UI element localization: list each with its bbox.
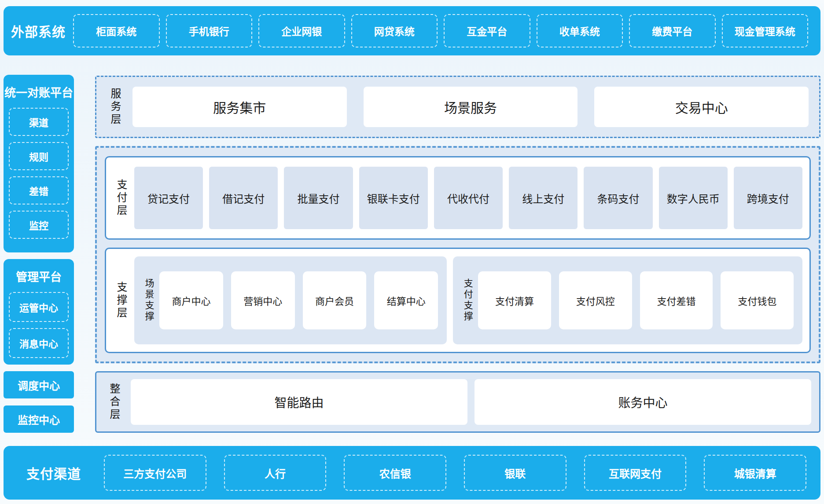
core-layers-container: 支付层 贷记支付 借记支付 批量支付 银联卡支付 代收代付 线上支付 条码支付 … xyxy=(95,146,820,363)
external-system-item: 现金管理系统 xyxy=(722,14,809,47)
support-card: 营销中心 xyxy=(231,271,295,329)
service-layer-cards: 服务集市 场景服务 交易中心 xyxy=(132,87,809,127)
payment-layer: 支付层 贷记支付 借记支付 批量支付 银联卡支付 代收代付 线上支付 条码支付 … xyxy=(105,156,811,240)
payment-card: 数字人民币 xyxy=(659,167,728,229)
payment-card: 贷记支付 xyxy=(134,167,203,229)
payment-card: 跨境支付 xyxy=(734,167,802,229)
payment-layer-cards: 贷记支付 借记支付 批量支付 银联卡支付 代收代付 线上支付 条码支付 数字人民… xyxy=(134,167,802,229)
support-card: 支付风控 xyxy=(559,271,632,329)
payment-support-group: 支付支撑 支付清算 支付风控 支付差错 支付钱包 xyxy=(453,256,802,344)
payment-card: 条码支付 xyxy=(584,167,652,229)
payment-channel-item: 互联网支付 xyxy=(584,455,687,491)
payment-card: 线上支付 xyxy=(509,167,578,229)
payment-channel-item: 城银清算 xyxy=(704,455,806,491)
management-item: 消息中心 xyxy=(9,328,69,358)
management-platform-items: 运管中心 消息中心 xyxy=(4,292,74,366)
external-systems-items: 柜面系统 手机银行 企业网银 网贷系统 互金平台 收单系统 缴费平台 现金管理系… xyxy=(73,14,820,47)
payment-support-cards: 支付清算 支付风控 支付差错 支付钱包 xyxy=(478,271,794,329)
service-layer: 服务层 服务集市 场景服务 交易中心 xyxy=(95,76,820,138)
payment-channel-item: 银联 xyxy=(464,455,566,491)
payment-channels-title: 支付渠道 xyxy=(4,463,104,482)
external-system-item: 网贷系统 xyxy=(351,14,438,47)
payment-channels-items: 三方支付公司 人行 农信银 银联 互联网支付 城银清算 xyxy=(104,455,820,491)
management-platform-block: 管理平台 运管中心 消息中心 xyxy=(4,259,74,365)
integration-layer-label: 整合层 xyxy=(109,383,119,421)
external-systems-bar: 外部系统 柜面系统 手机银行 企业网银 网贷系统 互金平台 收单系统 缴费平台 … xyxy=(4,6,820,55)
reconciliation-platform-title: 统一对账平台 xyxy=(4,84,74,100)
support-layer: 支撑层 场景支撑 商户中心 营销中心 商户会员 结算中心 xyxy=(105,248,811,353)
support-card: 支付差错 xyxy=(640,271,713,329)
management-platform-title: 管理平台 xyxy=(4,268,74,284)
dispatch-center-block: 调度中心 xyxy=(4,371,74,398)
scene-support-cards: 商户中心 营销中心 商户会员 结算中心 xyxy=(159,271,438,329)
external-system-item: 柜面系统 xyxy=(73,14,160,47)
support-card: 支付清算 xyxy=(478,271,551,329)
payment-card: 代收代付 xyxy=(434,167,503,229)
support-layer-label: 支撑层 xyxy=(116,281,126,320)
payment-channel-item: 人行 xyxy=(224,455,327,491)
payment-architecture-diagram: 外部系统 柜面系统 手机银行 企业网银 网贷系统 互金平台 收单系统 缴费平台 … xyxy=(0,0,824,504)
integration-layer-cards: 智能路由 账务中心 xyxy=(131,379,811,425)
main-layers-column: 服务层 服务集市 场景服务 交易中心 支付层 贷记支付 借记支付 批量支付 银联… xyxy=(95,75,820,433)
external-system-item: 手机银行 xyxy=(166,14,253,47)
scene-support-label: 场景支撑 xyxy=(144,278,153,322)
payment-card: 银联卡支付 xyxy=(359,167,428,229)
support-layer-groups: 场景支撑 商户中心 营销中心 商户会员 结算中心 支付支撑 支付清算 xyxy=(134,256,802,344)
payment-channels-bar: 支付渠道 三方支付公司 人行 农信银 银联 互联网支付 城银清算 xyxy=(4,446,820,500)
external-system-item: 缴费平台 xyxy=(629,14,716,47)
left-sidebar: 统一对账平台 渠道 规则 差错 监控 管理平台 运管中心 消息中心 调度中心 监… xyxy=(4,75,74,433)
service-card: 服务集市 xyxy=(132,87,347,127)
payment-channel-item: 三方支付公司 xyxy=(104,455,206,491)
support-card: 结算中心 xyxy=(374,271,438,329)
payment-card: 借记支付 xyxy=(209,167,278,229)
integration-layer: 整合层 智能路由 账务中心 xyxy=(95,371,820,433)
management-item: 运管中心 xyxy=(9,292,69,322)
scene-support-group: 场景支撑 商户中心 营销中心 商户会员 结算中心 xyxy=(134,256,447,344)
reconciliation-item: 差错 xyxy=(9,176,69,205)
reconciliation-item: 渠道 xyxy=(9,108,69,136)
support-card: 商户会员 xyxy=(303,271,367,329)
integration-card: 智能路由 xyxy=(131,379,467,425)
payment-card: 批量支付 xyxy=(284,167,353,229)
external-system-item: 互金平台 xyxy=(444,14,530,47)
external-system-item: 收单系统 xyxy=(537,14,623,47)
reconciliation-platform-block: 统一对账平台 渠道 规则 差错 监控 xyxy=(4,75,74,252)
reconciliation-item: 监控 xyxy=(9,211,69,239)
payment-channel-item: 农信银 xyxy=(344,455,446,491)
monitor-center-block: 监控中心 xyxy=(4,405,74,433)
service-card: 场景服务 xyxy=(364,87,578,127)
service-card: 交易中心 xyxy=(594,87,809,127)
payment-support-label: 支付支撑 xyxy=(463,278,472,322)
reconciliation-platform-items: 渠道 规则 差错 监控 xyxy=(4,108,74,247)
integration-card: 账务中心 xyxy=(475,379,811,425)
service-layer-label: 服务层 xyxy=(110,88,120,126)
support-card: 商户中心 xyxy=(159,271,223,329)
support-card: 支付钱包 xyxy=(721,271,794,329)
external-systems-title: 外部系统 xyxy=(4,21,73,40)
middle-row: 统一对账平台 渠道 规则 差错 监控 管理平台 运管中心 消息中心 调度中心 监… xyxy=(4,75,820,433)
external-system-item: 企业网银 xyxy=(258,14,345,47)
reconciliation-item: 规则 xyxy=(9,142,69,170)
payment-layer-label: 支付层 xyxy=(116,179,126,217)
